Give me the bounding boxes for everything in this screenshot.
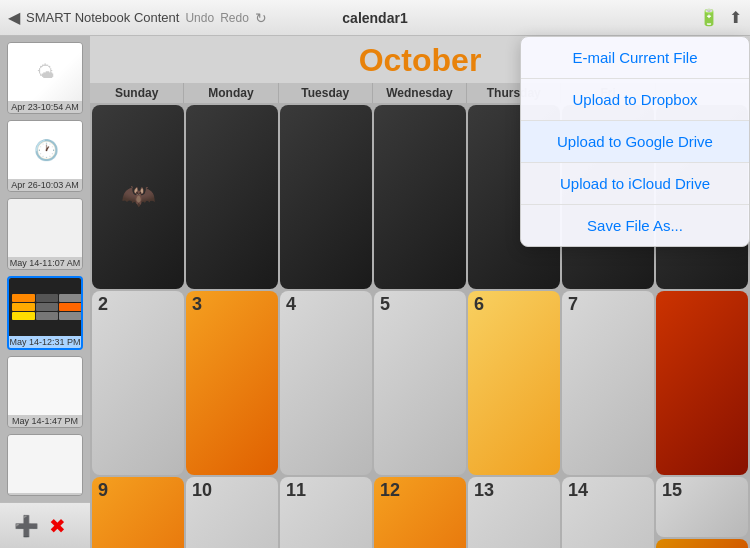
cal-cell-6[interactable]: 6	[468, 291, 560, 475]
thumb-label-4: May 14-12:31 PM	[9, 336, 81, 348]
sidebar-thumb-1[interactable]: 🌤 Apr 23-10:54 AM	[7, 42, 83, 114]
day-header-tue: Tuesday	[279, 83, 373, 103]
undo-button[interactable]: Undo	[185, 11, 214, 25]
cell-num-14: 14	[562, 477, 594, 503]
cell-num-3: 3	[186, 291, 208, 317]
cell-num-2: 2	[92, 291, 114, 317]
cal-cell-r1-c4[interactable]	[374, 105, 466, 289]
day-header-sun: Sunday	[90, 83, 184, 103]
cal-cell-7[interactable]: 7	[562, 291, 654, 475]
cal-cell-5[interactable]: 5	[374, 291, 466, 475]
cell-num-13: 13	[468, 477, 500, 503]
cell-num-15: 15	[656, 477, 688, 503]
cell-num-9: 9	[92, 477, 114, 503]
sidebar-thumb-3[interactable]: May 14-11:07 AM	[7, 198, 83, 270]
top-bar: ◀ SMART Notebook Content Undo Redo ↻ cal…	[0, 0, 750, 36]
cal-cell-14[interactable]: 14	[562, 477, 654, 548]
cal-cell-15-area: 15 Early Dismissal 🚌 Special Days 😊	[656, 477, 748, 548]
cell-num-4: 4	[280, 291, 302, 317]
cal-cell-2[interactable]: 2	[92, 291, 184, 475]
cell-num-7: 7	[562, 291, 584, 317]
cell-num-11: 11	[280, 477, 312, 503]
cal-cell-13[interactable]: 13	[468, 477, 560, 548]
cell-num-5: 5	[374, 291, 396, 317]
menu-google-drive[interactable]: Upload to Google Drive	[521, 121, 749, 163]
cal-cell-11[interactable]: 11	[280, 477, 372, 548]
thumb-label-5: May 14-1:47 PM	[8, 415, 82, 427]
cal-cell-r1-c3[interactable]	[280, 105, 372, 289]
battery-icon: 🔋	[699, 8, 719, 27]
thumb-label-3: May 14-11:07 AM	[8, 257, 82, 269]
cell-num-6: 6	[468, 291, 490, 317]
document-title: calendar1	[342, 10, 407, 26]
cell-num-12: 12	[374, 477, 406, 503]
dropdown-menu: E-mail Current File Upload to Dropbox Up…	[520, 36, 750, 247]
cal-cell-r1-c1[interactable]: 🦇	[92, 105, 184, 289]
cal-cell-r2-sat[interactable]	[656, 291, 748, 475]
cal-cell-4[interactable]: 4	[280, 291, 372, 475]
back-icon[interactable]: ◀	[8, 8, 20, 27]
app-title: SMART Notebook Content	[26, 10, 179, 25]
menu-icloud[interactable]: Upload to iCloud Drive	[521, 163, 749, 205]
cal-cell-9[interactable]: 9	[92, 477, 184, 548]
day-header-mon: Monday	[184, 83, 278, 103]
menu-dropbox[interactable]: Upload to Dropbox	[521, 79, 749, 121]
cal-cell-3[interactable]: 3	[186, 291, 278, 475]
cal-cell-15[interactable]: 15	[656, 477, 748, 537]
sidebar-thumb-2[interactable]: 🕐 Apr 26-10:03 AM	[7, 120, 83, 192]
thumb-label-1: Apr 23-10:54 AM	[8, 101, 82, 113]
menu-email[interactable]: E-mail Current File	[521, 37, 749, 79]
sidebar: 🌤 Apr 23-10:54 AM 🕐 Apr 26-10:03 AM	[0, 36, 90, 502]
early-dismissal-panel[interactable]: Early Dismissal 🚌	[656, 539, 748, 548]
share-icon[interactable]: ⬆	[729, 8, 742, 27]
add-page-button[interactable]: ➕	[12, 512, 41, 540]
sidebar-thumb-4[interactable]: May 14-12:31 PM	[7, 276, 83, 350]
sidebar-thumb-5[interactable]: May 14-1:47 PM	[7, 356, 83, 428]
cal-cell-10[interactable]: 10	[186, 477, 278, 548]
remove-page-button[interactable]: ✖	[47, 512, 68, 540]
thumb-label-6	[8, 493, 82, 495]
cal-cell-12[interactable]: 12	[374, 477, 466, 548]
sidebar-thumb-6[interactable]	[7, 434, 83, 496]
thumb-label-2: Apr 26-10:03 AM	[8, 179, 82, 191]
day-header-wed: Wednesday	[373, 83, 467, 103]
top-bar-right: 🔋 ⬆	[699, 8, 742, 27]
cal-cell-r1-c2[interactable]	[186, 105, 278, 289]
menu-save-as[interactable]: Save File As...	[521, 205, 749, 246]
bottom-left: ➕ ✖	[12, 512, 68, 540]
redo-button[interactable]: Redo	[220, 11, 249, 25]
cell-num-10: 10	[186, 477, 218, 503]
refresh-icon[interactable]: ↻	[255, 10, 267, 26]
